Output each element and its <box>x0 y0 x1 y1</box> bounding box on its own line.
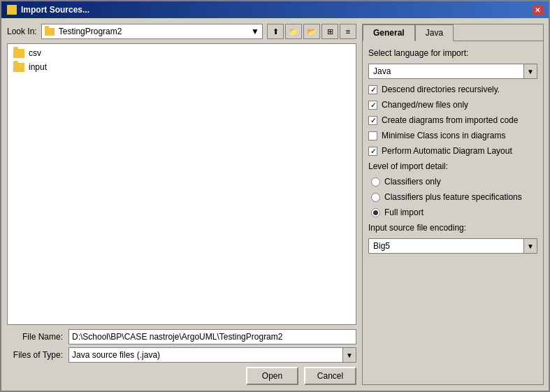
radio-classifiers-btn[interactable] <box>371 177 380 187</box>
bottom-fields: File Name: Files of Type: Java source fi… <box>7 329 356 385</box>
tabs-row: General Java <box>363 24 543 41</box>
look-in-arrow-icon: ▼ <box>251 27 259 36</box>
file-name-input[interactable] <box>68 329 356 344</box>
title-bar: Import Sources... ✕ <box>1 1 549 18</box>
level-label: Level of import detail: <box>368 161 537 171</box>
toolbar-view-list-button[interactable]: ≡ <box>340 24 356 39</box>
folder-icon <box>13 49 24 58</box>
look-in-select[interactable]: TestingProgram2 ▼ <box>41 24 263 39</box>
encoding-select-row: Big5 ▼ <box>368 238 537 254</box>
import-sources-dialog: Import Sources... ✕ Look In: TestingProg… <box>0 0 550 392</box>
files-of-type-row: Files of Type: Java source files (.java)… <box>7 347 356 363</box>
checkbox-perform-box[interactable] <box>368 147 377 156</box>
tab-general[interactable]: General <box>363 24 415 41</box>
checkbox-changed: Changed/new files only <box>368 100 537 110</box>
look-in-row: Look In: TestingProgram2 ▼ ⬆ 📁 📂 ⊞ ≡ <box>7 24 356 39</box>
left-panel: Look In: TestingProgram2 ▼ ⬆ 📁 📂 ⊞ ≡ <box>7 24 356 385</box>
radio-full-btn[interactable] <box>371 208 380 217</box>
radio-classifiers-label: Classifiers only <box>384 177 441 187</box>
list-item[interactable]: input <box>10 61 353 73</box>
right-panel: General Java Select language for import:… <box>362 24 544 385</box>
language-select-row: Java ▼ <box>368 64 537 79</box>
toolbar-buttons: ⬆ 📁 📂 ⊞ ≡ <box>267 24 356 39</box>
look-in-select-text: TestingProgram2 <box>45 27 122 36</box>
general-tab-content: Select language for import: Java ▼ Desce… <box>363 41 543 261</box>
toolbar-new-folder-button[interactable]: 📁 <box>285 24 302 39</box>
list-item-name: input <box>29 62 47 72</box>
checkbox-create: Create diagrams from imported code <box>368 115 537 125</box>
checkbox-create-box[interactable] <box>368 116 377 125</box>
file-list: csv input <box>7 43 356 325</box>
title-bar-left: Import Sources... <box>7 5 89 15</box>
look-in-label: Look In: <box>7 27 37 36</box>
toolbar-up-button[interactable]: ⬆ <box>267 24 284 39</box>
radio-full-label: Full import <box>384 208 424 217</box>
open-button[interactable]: Open <box>246 367 298 385</box>
file-name-label: File Name: <box>7 332 63 342</box>
dialog-title: Import Sources... <box>21 5 89 15</box>
cancel-button[interactable]: Cancel <box>304 367 356 385</box>
files-of-type-arrow-icon[interactable]: ▼ <box>342 347 356 363</box>
encoding-value[interactable]: Big5 <box>368 238 523 254</box>
language-value[interactable]: Java <box>368 64 523 79</box>
select-language-label: Select language for import: <box>368 48 537 58</box>
checkbox-perform: Perform Automatic Diagram Layout <box>368 146 537 156</box>
encoding-arrow-icon[interactable]: ▼ <box>523 238 537 254</box>
checkbox-minimise-box[interactable] <box>368 131 377 140</box>
checkbox-descend-box[interactable] <box>368 85 377 94</box>
dialog-icon <box>7 5 17 15</box>
look-in-value: TestingProgram2 <box>59 27 122 36</box>
files-of-type-select-row: Java source files (.java) ▼ <box>68 347 356 363</box>
checkbox-changed-box[interactable] <box>368 101 377 110</box>
checkbox-descend: Descend directories recursively. <box>368 85 537 94</box>
files-of-type-value[interactable]: Java source files (.java) <box>68 347 342 363</box>
list-item-name: csv <box>29 48 41 58</box>
toolbar-open-button[interactable]: 📂 <box>303 24 320 39</box>
radio-classifiersplus: Classifiers plus feature specifications <box>371 192 537 202</box>
radio-classifiersplus-label: Classifiers plus feature specifications <box>384 192 522 202</box>
action-buttons-row: Open Cancel <box>7 367 356 385</box>
radio-classifiersplus-btn[interactable] <box>371 193 380 202</box>
file-name-row: File Name: <box>7 329 356 344</box>
folder-icon <box>45 28 55 36</box>
checkbox-descend-label: Descend directories recursively. <box>382 85 500 94</box>
list-item[interactable]: csv <box>10 47 353 59</box>
files-of-type-label: Files of Type: <box>7 350 63 360</box>
language-arrow-icon[interactable]: ▼ <box>523 64 537 79</box>
dialog-body: Look In: TestingProgram2 ▼ ⬆ 📁 📂 ⊞ ≡ <box>1 18 549 391</box>
radio-full: Full import <box>371 208 537 217</box>
folder-icon <box>13 63 24 72</box>
radio-classifiers: Classifiers only <box>371 177 537 187</box>
encoding-label: Input source file encoding: <box>368 223 537 233</box>
close-button[interactable]: ✕ <box>532 5 543 15</box>
checkbox-create-label: Create diagrams from imported code <box>382 115 518 125</box>
checkbox-perform-label: Perform Automatic Diagram Layout <box>382 146 512 156</box>
checkbox-minimise-label: Minimise Class icons in diagrams <box>382 131 505 140</box>
checkbox-minimise: Minimise Class icons in diagrams <box>368 131 537 140</box>
checkbox-changed-label: Changed/new files only <box>382 100 468 110</box>
toolbar-view-icons-button[interactable]: ⊞ <box>321 24 338 39</box>
tab-java[interactable]: Java <box>415 24 454 41</box>
